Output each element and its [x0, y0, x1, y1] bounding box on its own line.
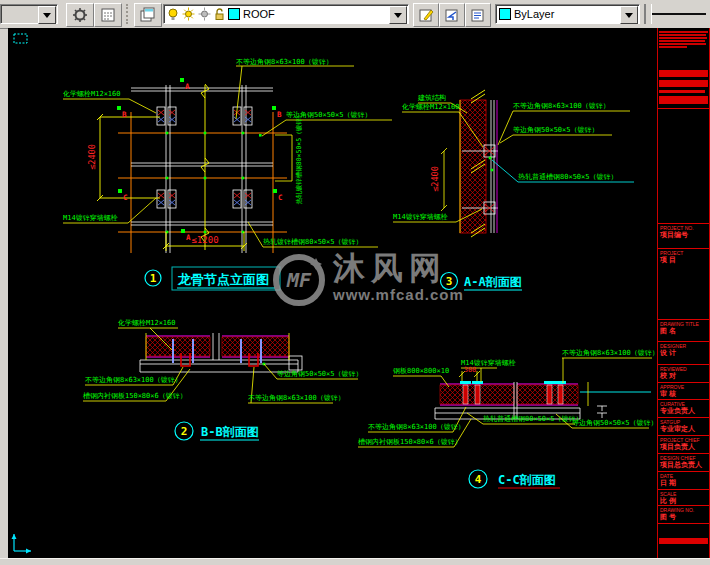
label-aa-structure: 建筑结构 [417, 94, 446, 102]
field-date: DATE日 期 [658, 471, 709, 489]
sheet-list-icon [470, 7, 486, 23]
dim-cc-300: 300 [464, 366, 477, 374]
label-d1-channel: 热轧镀锌槽钢80×50×5（镀锌） [263, 238, 363, 246]
label-d1-top: 不等边角钢8×63×100（镀锌） [236, 58, 333, 66]
title-4-text: C-C剖面图 [498, 473, 556, 487]
ucs-icon [12, 534, 32, 554]
viewport-marker-icon [14, 34, 27, 43]
field-project-chief: PROJECT CHIEF项目负责人 [658, 435, 709, 453]
linetype-preview[interactable] [652, 13, 706, 15]
plot-style-button[interactable] [94, 3, 122, 27]
drawing-canvas[interactable]: ≤2400 ≤1200 A B B C C A [8, 28, 710, 558]
layer-properties-button[interactable] [134, 3, 162, 27]
title-block: PROJECT NO.项目编号 PROJECT项 目 DRAWING TITLE… [657, 28, 710, 558]
dim-aa-2400: ≤2400 [430, 166, 440, 192]
label-d1-side: 热轧镀锌槽钢80×50×5（镀锌） [295, 112, 303, 204]
label-cc-unequal-top: 不等边角钢8×63×100（镀锌） [562, 349, 659, 357]
autocad-window: ROOF ByLayer [0, 0, 710, 565]
field-reviewed: REVIEWED校 对 [658, 364, 709, 382]
title-1-number: 1 [150, 272, 157, 285]
dim-h-1200: ≤1200 [191, 235, 218, 245]
field-design-chief: DESIGN CHIEF项目总负责人 [658, 453, 709, 471]
label-aa-channel: 热轧普通槽钢80×50×5（镀锌） [518, 172, 618, 181]
titleblock-fields: PROJECT NO.项目编号 PROJECT项 目 DRAWING TITLE… [658, 223, 709, 524]
mark-c-left: C [123, 193, 128, 202]
label-cc-channel: 热轧普通槽钢80×50×5（镀锌） [483, 414, 583, 423]
label-bb-liner: 槽钢内衬钢板150×80×6（镀锌） [83, 392, 187, 400]
title-4-number: 4 [475, 473, 482, 486]
current-color-swatch [499, 8, 511, 20]
mark-b-right: B [277, 110, 282, 119]
color-value: ByLayer [514, 8, 554, 20]
layers-icon [140, 7, 156, 23]
label-d1-m14: M14镀锌穿墙螺栓 [63, 214, 118, 222]
titleblock-bar [659, 80, 708, 87]
lightbulb-icon [167, 7, 179, 21]
label-aa-m14: M14镀锌穿墙螺栓 [393, 213, 448, 221]
drawing-1-keel-elevation: ≤2400 ≤1200 A B B C C A [63, 58, 392, 290]
chevron-down-icon [625, 13, 633, 18]
dim-v-2400: ≤2400 [87, 144, 97, 170]
chevron-down-icon [43, 13, 51, 18]
layer-color-swatch [228, 8, 240, 20]
label-aa-chem: 化学螺栓M12×160 [402, 103, 460, 111]
field-project-no: PROJECT NO.项目编号 [658, 223, 709, 248]
settings-button[interactable] [66, 3, 94, 27]
titleblock-textline [659, 90, 705, 93]
label-aa-equal: 等边角钢50×50×5（镀锌） [513, 126, 599, 134]
chevron-down-icon [394, 13, 402, 18]
title-2-number: 2 [181, 425, 188, 438]
sheet-arrow-icon [444, 7, 460, 23]
title-1-text: 龙骨节点立面图 [177, 272, 269, 287]
label-bb-chem: 化学螺栓M12×160 [118, 319, 176, 327]
field-drawing-title: DRAWING TITLE图 名 [658, 319, 709, 341]
color-combo[interactable]: ByLayer [495, 4, 640, 24]
titleblock-notes [658, 30, 709, 48]
freeze-sun-icon [198, 7, 211, 21]
toolbar: ROOF ByLayer [0, 0, 710, 29]
titleblock-rule [658, 108, 709, 109]
label-bb-equal-right: 等边角钢50×50×5（镀锌） [277, 370, 363, 378]
drawing-2-section-aa: ≤2400 建筑结构 化学螺栓M12×160 不等边角钢8×63×100（镀锌）… [393, 90, 634, 290]
named-views-combo[interactable] [0, 4, 58, 24]
sun-icon [182, 7, 195, 21]
title-3-text: A-A剖面图 [464, 275, 522, 289]
label-d1-chem: 化学螺栓M12×160 [63, 90, 121, 98]
field-curative: CURATIVE专业负责人 [658, 399, 709, 417]
titleblock-bar [659, 96, 708, 104]
label-cc-m14: M14镀锌穿墙螺栓 [461, 359, 516, 367]
color-combo-dropdown[interactable] [620, 6, 638, 24]
label-cc-equal: 等边角钢50×50×5（镀锌） [572, 419, 658, 427]
combo-dropdown-button[interactable] [38, 6, 56, 24]
field-project: PROJECT项 目 [658, 248, 709, 319]
mark-c-right: C [278, 193, 283, 202]
field-designer: DESIGNER设 计 [658, 341, 709, 364]
mark-a-bottom: A [186, 233, 191, 242]
toolbar-separator [644, 4, 652, 24]
titleblock-bottom-bar [659, 538, 708, 544]
status-bar [0, 558, 710, 565]
drawing-3-section-bb: 化学螺栓M12×160 不等边角钢8×63×100（镀锌） 槽钢内衬钢板150×… [83, 319, 363, 440]
label-bb-unequal-bottom: 不等边角钢8×63×100（镀锌） [248, 394, 345, 402]
layer-combo[interactable]: ROOF [163, 4, 409, 24]
layer-previous-button[interactable] [439, 3, 465, 27]
title-2-text: B-B剖面图 [201, 425, 259, 439]
layer-name: ROOF [243, 8, 275, 20]
field-approve: APPROVE审 核 [658, 382, 709, 399]
label-cc-plate: 钢板800×800×10 [392, 367, 449, 375]
field-scale: SCALE比 例 [658, 489, 709, 505]
label-cc-unequal-left: 不等边角钢8×63×100（镀锌） [368, 423, 465, 431]
gear-icon [72, 7, 88, 23]
make-layer-current-button[interactable] [413, 3, 439, 27]
layer-states-button[interactable] [465, 3, 491, 27]
title-3-number: 3 [446, 275, 453, 288]
layer-combo-dropdown[interactable] [389, 6, 407, 24]
titleblock-rule [658, 523, 709, 524]
drawing-4-section-cc: 300 钢板800×800×10 M14镀锌穿墙螺栓 不等边角钢8×63×100… [358, 349, 659, 488]
model-space: ≤2400 ≤1200 A B B C C A [8, 28, 710, 558]
sheet-pencil-icon [418, 7, 434, 23]
page-icon [100, 7, 116, 23]
label-aa-unequal: 不等边角钢8×63×100（镀锌） [513, 102, 610, 110]
label-cc-liner: 槽钢内衬钢板150×80×6（镀锌） [358, 438, 462, 446]
titleblock-bar [659, 70, 708, 77]
